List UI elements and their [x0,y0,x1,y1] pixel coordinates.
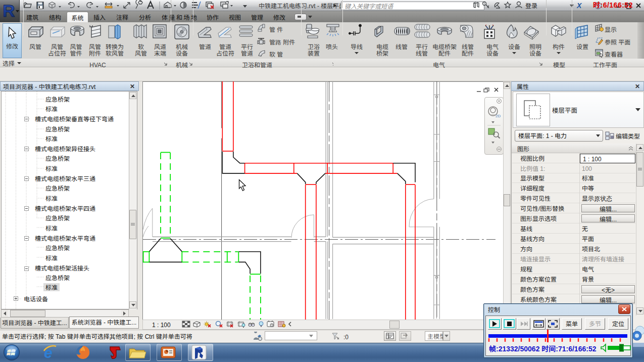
svg-text:R: R [3,1,15,20]
svg-text:2D: 2D [496,114,501,118]
